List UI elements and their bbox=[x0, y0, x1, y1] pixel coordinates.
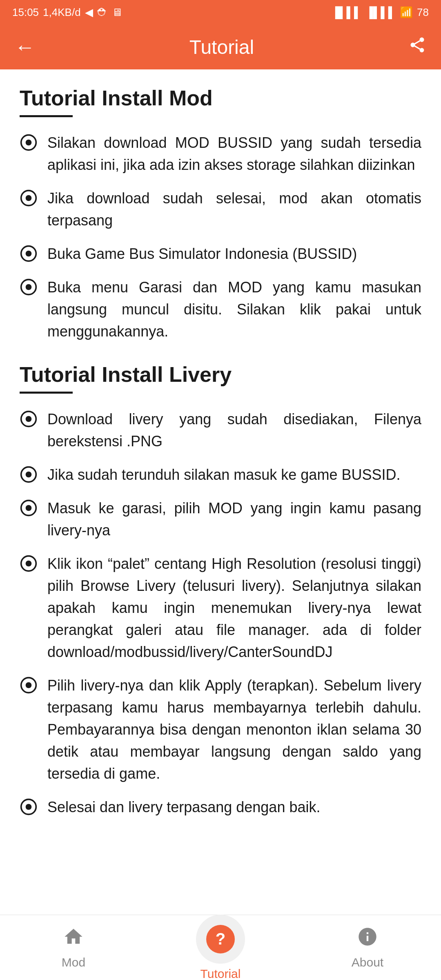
battery-icon: 78 bbox=[417, 6, 429, 19]
section-divider-livery bbox=[20, 392, 73, 394]
status-right: ▐▌▌▌ ▐▌▌▌ 📶 78 bbox=[332, 6, 429, 19]
share-button[interactable] bbox=[408, 36, 426, 58]
tutorial-nav-bg: ? bbox=[196, 915, 245, 964]
main-content: Tutorial Install Mod Silakan download MO… bbox=[0, 69, 441, 915]
status-network: 1,4KB/d bbox=[43, 6, 81, 19]
nav-item-tutorial[interactable]: ? Tutorial bbox=[147, 908, 294, 980]
bullet-icon-l2 bbox=[20, 466, 38, 483]
bullet-icon-l1 bbox=[20, 410, 38, 428]
bullet-icon-l6 bbox=[20, 798, 38, 816]
app-bar: ← Tutorial bbox=[0, 24, 441, 69]
svg-point-3 bbox=[26, 195, 32, 201]
wifi-icon: 📶 bbox=[400, 6, 413, 19]
page-title: Tutorial bbox=[189, 36, 254, 58]
section-install-livery: Tutorial Install Livery Download livery … bbox=[20, 362, 421, 818]
bullet-icon-3 bbox=[20, 245, 38, 263]
livery-item-3: Masuk ke garasi, pilih MOD yang ingin ka… bbox=[47, 497, 421, 541]
status-bar: 15:05 1,4KB/d ◀ ⛑ 🖥 ▐▌▌▌ ▐▌▌▌ 📶 78 bbox=[0, 0, 441, 24]
home-icon bbox=[63, 926, 84, 952]
bullet-icon-l5 bbox=[20, 676, 38, 694]
section-divider-mod bbox=[20, 115, 73, 117]
list-item: Pilih livery-nya dan klik Apply (terapka… bbox=[20, 675, 421, 785]
mod-item-1: Silakan download MOD BUSSID yang sudah t… bbox=[47, 132, 421, 176]
livery-item-5: Pilih livery-nya dan klik Apply (terapka… bbox=[47, 675, 421, 785]
svg-point-15 bbox=[26, 561, 32, 567]
nav-item-about[interactable]: About bbox=[294, 920, 441, 976]
status-left: 15:05 1,4KB/d ◀ ⛑ 🖥 bbox=[12, 6, 122, 19]
bullet-icon-l4 bbox=[20, 555, 38, 572]
nav-mod-label: Mod bbox=[62, 956, 85, 969]
nav-tutorial-label: Tutorial bbox=[200, 967, 241, 980]
bottom-navigation: Mod ? Tutorial About bbox=[0, 915, 441, 980]
svg-point-13 bbox=[26, 505, 32, 511]
nav-about-label: About bbox=[352, 956, 383, 969]
status-time: 15:05 bbox=[12, 6, 39, 19]
list-item: Jika sudah terunduh silakan masuk ke gam… bbox=[20, 464, 421, 486]
bullet-icon-4 bbox=[20, 278, 38, 296]
signal-icon: ▐▌▌▌ bbox=[332, 6, 362, 19]
question-icon: ? bbox=[206, 925, 235, 953]
livery-item-2: Jika sudah terunduh silakan masuk ke gam… bbox=[47, 464, 400, 486]
bullet-icon-2 bbox=[20, 189, 38, 207]
list-item: Selesai dan livery terpasang dengan baik… bbox=[20, 796, 421, 818]
navigation-icon: ◀ bbox=[85, 6, 93, 19]
svg-point-11 bbox=[26, 472, 32, 478]
list-item: Klik ikon “palet” centang High Resolutio… bbox=[20, 553, 421, 663]
livery-item-1: Download livery yang sudah disediakan, F… bbox=[47, 408, 421, 452]
livery-item-4: Klik ikon “palet” centang High Resolutio… bbox=[47, 553, 421, 663]
section-mod-title: Tutorial Install Mod bbox=[20, 86, 421, 110]
list-item: Buka Game Bus Simulator Indonesia (BUSSI… bbox=[20, 243, 421, 265]
info-icon bbox=[357, 926, 378, 952]
svg-point-17 bbox=[26, 682, 32, 688]
svg-point-5 bbox=[26, 251, 32, 257]
svg-point-7 bbox=[26, 284, 32, 290]
list-item: Silakan download MOD BUSSID yang sudah t… bbox=[20, 132, 421, 176]
list-item: Download livery yang sudah disediakan, F… bbox=[20, 408, 421, 452]
livery-list: Download livery yang sudah disediakan, F… bbox=[20, 408, 421, 818]
bullet-icon-l3 bbox=[20, 499, 38, 517]
nav-item-mod[interactable]: Mod bbox=[0, 920, 147, 976]
section-livery-title: Tutorial Install Livery bbox=[20, 362, 421, 387]
mod-item-2: Jika download sudah selesai, mod akan ot… bbox=[47, 187, 421, 232]
signal2-icon: ▐▌▌▌ bbox=[365, 6, 396, 19]
mod-item-3: Buka Game Bus Simulator Indonesia (BUSSI… bbox=[47, 243, 357, 265]
monitor-icon: 🖥 bbox=[112, 6, 122, 19]
svg-point-19 bbox=[26, 804, 32, 810]
svg-point-1 bbox=[26, 140, 32, 146]
list-item: Buka menu Garasi dan MOD yang kamu masuk… bbox=[20, 276, 421, 343]
mod-item-4: Buka menu Garasi dan MOD yang kamu masuk… bbox=[47, 276, 421, 343]
back-button[interactable]: ← bbox=[15, 35, 35, 59]
mod-list: Silakan download MOD BUSSID yang sudah t… bbox=[20, 132, 421, 343]
bullet-icon-1 bbox=[20, 134, 38, 151]
svg-point-9 bbox=[26, 416, 32, 422]
list-item: Masuk ke garasi, pilih MOD yang ingin ka… bbox=[20, 497, 421, 541]
livery-item-6: Selesai dan livery terpasang dengan baik… bbox=[47, 796, 320, 818]
list-item: Jika download sudah selesai, mod akan ot… bbox=[20, 187, 421, 232]
section-install-mod: Tutorial Install Mod Silakan download MO… bbox=[20, 86, 421, 343]
helmet-icon: ⛑ bbox=[97, 6, 108, 19]
